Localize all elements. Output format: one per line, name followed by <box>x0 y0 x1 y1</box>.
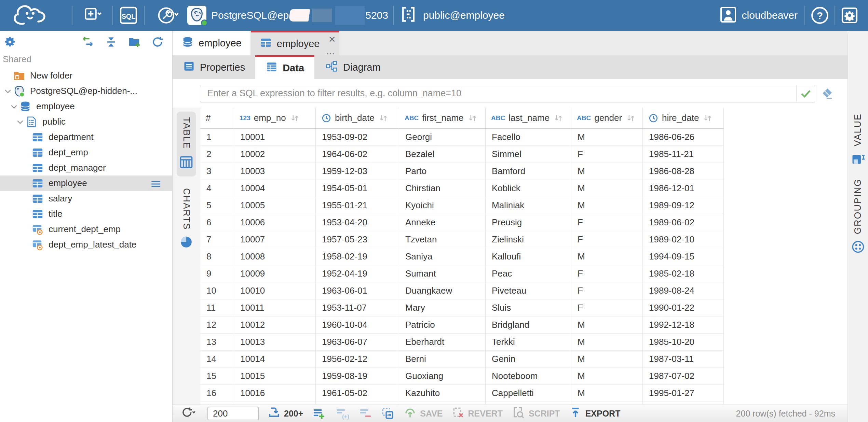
expand-chevron-icon[interactable] <box>9 101 19 112</box>
row-number-cell[interactable]: 8 <box>200 248 234 265</box>
row-number-cell[interactable]: 4 <box>200 180 234 197</box>
cell[interactable] <box>571 402 643 405</box>
clear-filter-icon[interactable] <box>820 87 833 100</box>
cell[interactable]: Preusig <box>486 214 571 231</box>
row-number-cell[interactable]: 5 <box>200 197 234 214</box>
cell[interactable] <box>234 402 316 405</box>
cell[interactable]: Tzvetan <box>399 231 486 248</box>
cell[interactable]: M <box>571 197 643 214</box>
cell[interactable]: 1986-06-26 <box>643 129 724 146</box>
cell[interactable]: Chirstian <box>399 180 486 197</box>
cell[interactable]: M <box>571 351 643 368</box>
tree-item-employee[interactable]: employee <box>0 99 172 114</box>
row-number-cell[interactable]: 11 <box>200 299 234 316</box>
cell[interactable]: 1956-02-12 <box>316 351 399 368</box>
cell[interactable]: Zielinski <box>486 231 571 248</box>
cell[interactable]: 1985-02-18 <box>643 265 724 282</box>
copy-cell-button[interactable] <box>381 407 395 420</box>
cell[interactable]: 1953-04-20 <box>316 214 399 231</box>
sql-filter-input[interactable] <box>200 88 796 99</box>
row-number-cell[interactable]: 13 <box>200 334 234 351</box>
row-number-cell[interactable]: 16 <box>200 385 234 402</box>
tree-item-dept-emp[interactable]: dept_emp <box>0 145 172 160</box>
column-header-birth_date[interactable]: birth_date <box>316 108 399 129</box>
column-header-first_name[interactable]: ABCfirst_name <box>399 108 486 129</box>
sync-selection-button[interactable] <box>81 36 94 48</box>
cell[interactable]: F <box>571 282 643 299</box>
cell[interactable]: 1986-12-01 <box>643 180 724 197</box>
cell[interactable]: 1958-02-19 <box>316 248 399 265</box>
cell[interactable]: M <box>571 163 643 180</box>
row-number-cell[interactable]: 15 <box>200 368 234 385</box>
cell[interactable]: 10016 <box>234 385 316 402</box>
save-button[interactable]: SAVE <box>404 406 443 421</box>
sort-icon[interactable] <box>554 113 563 123</box>
cell[interactable]: 1955-01-21 <box>316 197 399 214</box>
cell[interactable]: Cappelletti <box>486 385 571 402</box>
cell[interactable]: M <box>571 316 643 334</box>
column-header-emp_no[interactable]: 123emp_no <box>234 108 316 129</box>
cell[interactable]: M <box>571 180 643 197</box>
cell[interactable]: 10011 <box>234 299 316 316</box>
cell[interactable]: 1964-06-02 <box>316 146 399 163</box>
row-number-cell[interactable]: 12 <box>200 316 234 334</box>
column-header-hire_date[interactable]: hire_date <box>643 108 724 129</box>
cell[interactable]: 1987-07-02 <box>643 368 724 385</box>
tab-menu-icon[interactable]: ... <box>326 46 335 56</box>
tab-diagram[interactable]: Diagram <box>314 55 391 79</box>
tab-properties[interactable]: Properties <box>173 55 255 79</box>
cell[interactable]: 10006 <box>234 214 316 231</box>
cell[interactable]: 1985-10-20 <box>643 334 724 351</box>
apply-filter-icon[interactable] <box>796 85 815 102</box>
cell[interactable]: 10007 <box>234 231 316 248</box>
cell[interactable]: 1953-09-02 <box>316 129 399 146</box>
cell[interactable]: M <box>571 334 643 351</box>
cell[interactable]: Nooteboom <box>486 368 571 385</box>
row-number-cell[interactable]: 2 <box>200 146 234 163</box>
export-button[interactable]: EXPORT <box>569 406 621 421</box>
cell[interactable]: F <box>571 299 643 316</box>
cell[interactable]: 1952-04-19 <box>316 265 399 282</box>
cell[interactable]: Bezalel <box>399 146 486 163</box>
cell[interactable]: Kalloufi <box>486 248 571 265</box>
settings-button[interactable] <box>840 6 859 25</box>
connection-selector[interactable]: PostgreSQL@ep 5203 <box>187 6 388 25</box>
cell[interactable]: Mary <box>399 299 486 316</box>
row-number-cell[interactable]: 9 <box>200 265 234 282</box>
cell[interactable]: F <box>571 265 643 282</box>
cell[interactable]: 10002 <box>234 146 316 163</box>
row-number-cell[interactable]: 14 <box>200 351 234 368</box>
cell[interactable]: 1992-12-18 <box>643 316 724 334</box>
cell[interactable] <box>643 402 724 405</box>
cell[interactable]: Kyoichi <box>399 197 486 214</box>
cell[interactable]: Guoxiang <box>399 368 486 385</box>
cell[interactable]: M <box>571 129 643 146</box>
expand-chevron-icon[interactable] <box>3 86 13 96</box>
cell[interactable]: Piveteau <box>486 282 571 299</box>
delete-row-button[interactable] <box>358 407 372 420</box>
cell[interactable]: Saniya <box>399 248 486 265</box>
cell[interactable]: 10015 <box>234 368 316 385</box>
user-menu[interactable]: cloudbeaver <box>719 5 800 26</box>
cell[interactable]: 1963-06-07 <box>316 334 399 351</box>
sort-icon[interactable] <box>703 113 713 123</box>
new-connection-button[interactable] <box>77 6 107 24</box>
object-tab-employee[interactable]: employee <box>173 31 251 55</box>
duplicate-row-button[interactable]: (+) <box>335 407 350 420</box>
refresh-tree-button[interactable] <box>151 36 164 48</box>
cloudbeaver-logo-icon[interactable] <box>10 3 61 28</box>
sql-editor-button[interactable]: SQL <box>118 5 139 25</box>
cell[interactable]: Patricio <box>399 316 486 334</box>
schema-selector[interactable]: public@employee <box>398 4 505 27</box>
cell[interactable]: Simmel <box>486 146 571 163</box>
cell[interactable]: 1989-09-12 <box>643 197 724 214</box>
cell[interactable]: 10005 <box>234 197 316 214</box>
cell[interactable]: 10009 <box>234 265 316 282</box>
column-header-rownum[interactable]: # <box>200 108 234 129</box>
row-number-cell[interactable]: 7 <box>200 231 234 248</box>
cell[interactable]: Maliniak <box>486 197 571 214</box>
collapse-all-button[interactable] <box>105 36 118 48</box>
cell[interactable]: Duangkaew <box>399 282 486 299</box>
row-number-cell[interactable]: 6 <box>200 214 234 231</box>
cell[interactable]: Kazuhito <box>399 385 486 402</box>
